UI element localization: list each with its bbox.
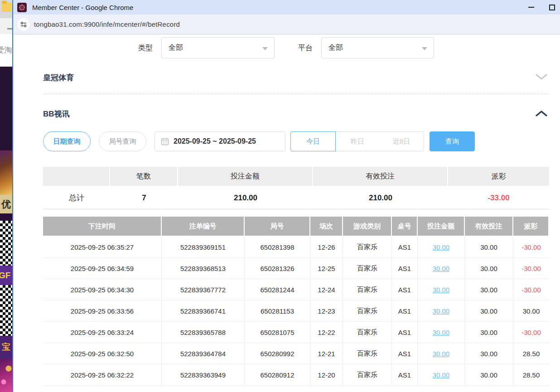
summary-header-cell: 有效投注 (313, 167, 448, 187)
bet-amount-link[interactable]: 30.00 (433, 243, 450, 251)
table-cell: 12-24 (310, 279, 343, 300)
summary-cell: 7 (110, 187, 178, 209)
table-header-cell: 局号 (245, 217, 310, 237)
table-cell: -30.00 (513, 322, 549, 343)
summary-cell: 210.00 (178, 187, 313, 209)
bet-amount-link[interactable]: 30.00 (433, 307, 450, 315)
table-cell: 30.00 (418, 364, 465, 386)
today-button[interactable]: 今日 (290, 131, 336, 151)
table-cell: 2025-09-25 06:34:30 (43, 279, 162, 300)
chevron-down-icon (262, 47, 268, 50)
table-cell: 百家乐 (343, 364, 392, 386)
table-cell: 28.50 (513, 364, 549, 386)
section-title-bb-video: BB视讯 (43, 109, 70, 119)
site-favicon-icon (17, 3, 27, 12)
table-row: 2025-09-25 06:32:22522839363949650280912… (43, 364, 549, 386)
type-filter-select[interactable]: 全部 (161, 37, 275, 58)
bet-amount-link[interactable]: 30.00 (433, 350, 450, 358)
section-divider (43, 94, 549, 94)
table-body: 2025-09-25 06:35:27522839369151650281398… (43, 237, 549, 386)
folder-icon (2, 3, 12, 12)
table-cell: 522839364784 (162, 343, 245, 364)
address-bar[interactable]: tongbao31.com:9900/infe/mcenter/#/betRec… (13, 15, 560, 34)
table-cell: 522839368513 (162, 258, 245, 279)
table-cell: 522839366741 (162, 300, 245, 322)
window-titlebar[interactable]: Member Center - Google Chrome (13, 0, 560, 15)
table-row: 2025-09-25 06:35:27522839369151650281398… (43, 237, 549, 258)
background-text-fragment: 爱淘 (0, 34, 12, 67)
summary-header-cell (43, 167, 110, 187)
table-header-cell: 桌号 (392, 217, 418, 237)
table-row: 2025-09-25 06:32:50522839364784650280992… (43, 343, 549, 364)
platform-filter-label: 平台 (298, 37, 313, 58)
table-cell: 30.00 (418, 237, 465, 258)
bet-amount-link[interactable]: 30.00 (433, 265, 450, 272)
table-cell: AS1 (392, 364, 418, 386)
table-header-cell: 派彩 (513, 217, 549, 237)
table-cell: 30.00 (465, 364, 513, 386)
table-cell: 30.00 (418, 258, 465, 279)
type-filter-value: 全部 (169, 43, 183, 53)
maximize-button[interactable] (542, 0, 560, 15)
table-cell: AS1 (392, 343, 418, 364)
summary-cell: 210.00 (313, 187, 448, 209)
background-text-fragment: GF (0, 266, 12, 285)
divider (7, 28, 12, 29)
table-cell: AS1 (392, 237, 418, 258)
table-cell: 30.00 (513, 300, 549, 322)
qr-code-fragment (0, 221, 12, 266)
type-filter-label: 类型 (138, 37, 153, 58)
qr-code-fragment (0, 285, 12, 336)
site-settings-icon[interactable] (17, 18, 30, 31)
table-cell: 30.00 (465, 300, 513, 322)
table-cell: 522839363949 (162, 364, 245, 386)
table-cell: 30.00 (418, 279, 465, 300)
bet-amount-link[interactable]: 30.00 (433, 371, 450, 379)
bet-amount-link[interactable]: 30.00 (433, 286, 450, 294)
table-row: 2025-09-25 06:34:30522839367772650281244… (43, 279, 549, 300)
table-cell: 30.00 (418, 343, 465, 364)
table-cell: 百家乐 (343, 300, 392, 322)
collapse-toggle-bb-video[interactable] (535, 110, 548, 119)
search-button[interactable]: 查询 (430, 131, 475, 151)
platform-filter-value: 全部 (328, 43, 343, 53)
bet-record-table: 下注时间注单编号局号场次游戏类别桌号投注金额有效投注派彩 2025-09-25 … (43, 217, 549, 386)
table-cell: -30.00 (513, 237, 549, 258)
last-8-days-button[interactable]: 近8日 (379, 131, 424, 151)
url-text[interactable]: tongbao31.com:9900/infe/mcenter/#/betRec… (34, 20, 180, 28)
table-cell: AS1 (392, 322, 418, 343)
table-cell: 2025-09-25 06:32:50 (43, 343, 162, 364)
round-query-button[interactable]: 局号查询 (99, 131, 146, 151)
table-header-row: 下注时间注单编号局号场次游戏类别桌号投注金额有效投注派彩 (43, 217, 549, 237)
collapse-toggle-crown-sports[interactable] (535, 73, 548, 82)
table-cell: AS1 (392, 258, 418, 279)
screen: 爱淘 优 GF 宝 Member Center - Google Chrome (0, 0, 560, 392)
table-header-cell: 投注金额 (418, 217, 465, 237)
platform-filter-select[interactable]: 全部 (321, 37, 434, 58)
chevron-down-icon (535, 73, 548, 81)
date-range-picker[interactable]: 2025-09-25 ~ 2025-09-25 (154, 131, 285, 151)
table-cell: 2025-09-25 06:32:22 (43, 364, 162, 386)
background-text-fragment: 宝 (0, 336, 12, 358)
yesterday-button[interactable]: 昨日 (335, 131, 380, 151)
table-cell: 百家乐 (343, 279, 392, 300)
table-cell: 30.00 (418, 322, 465, 343)
table-cell: AS1 (392, 300, 418, 322)
table-cell: 650280992 (245, 343, 310, 364)
table-header-cell: 游戏类别 (343, 217, 392, 237)
table-cell: 30.00 (418, 300, 465, 322)
table-cell: 12-22 (310, 322, 343, 343)
summary-total-row: 总计7210.00210.00-33.00 (43, 187, 549, 209)
page-content: 类型 全部 平台 全部 皇冠体育 BB视讯 (13, 34, 560, 392)
summary-cell: 总计 (43, 187, 110, 209)
calendar-icon (161, 137, 169, 145)
table-cell: 30.00 (465, 322, 513, 343)
table-cell: 百家乐 (343, 322, 392, 343)
bet-amount-link[interactable]: 30.00 (433, 329, 450, 336)
table-header-cell: 下注时间 (43, 217, 162, 237)
minimize-button[interactable] (521, 0, 541, 15)
date-query-button[interactable]: 日期查询 (43, 131, 91, 151)
table-cell: 30.00 (465, 258, 513, 279)
background-coupon-fragment: 优 (0, 195, 12, 213)
background-promo-image (0, 358, 12, 392)
